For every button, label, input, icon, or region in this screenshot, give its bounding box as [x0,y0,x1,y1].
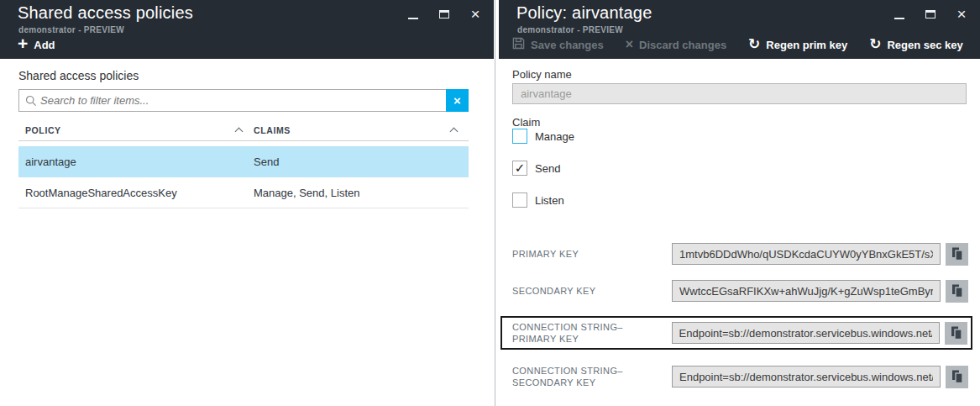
discard-changes-button[interactable]: × Discard changes [626,38,726,51]
left-window-controls: × [406,7,482,22]
secondary-key-row: SECONDARY KEY [512,279,968,303]
primary-key-label: PRIMARY KEY [512,248,672,260]
azure-portal-screen: Shared access policies demonstrator - PR… [0,0,980,406]
right-blade-subtitle: demonstrator - PREVIEW [517,25,623,34]
claim-checkbox-send[interactable]: ✓ Send [512,161,560,176]
blade-divider [495,0,495,406]
policy-cell: airvantage [18,156,254,168]
minimize-icon[interactable] [893,8,906,21]
minimize-icon[interactable] [406,8,420,21]
clear-search-icon[interactable]: × [446,89,469,112]
claim-send-label: Send [535,162,560,175]
refresh-icon: ↻ [748,38,760,51]
table-row-rootmanagesharedaccesskey[interactable]: RootManageSharedAccessKey Manage, Send, … [18,177,469,208]
right-blade-header: Policy: airvantage demonstrator - PREVIE… [499,0,980,59]
add-button-label: Add [34,39,55,51]
primary-key-value[interactable] [672,243,941,265]
copy-icon[interactable] [945,322,967,345]
claim-checkbox-manage[interactable]: Manage [512,129,574,144]
policy-airvantage-blade: Policy: airvantage demonstrator - PREVIE… [499,0,980,406]
claim-manage-label: Manage [535,130,574,143]
table-row-airvantage[interactable]: airvantage Send [18,146,469,177]
column-header-policy[interactable]: POLICY [18,125,254,135]
right-blade-title: Policy: airvantage [516,3,652,23]
claim-label: Claim [512,116,540,129]
refresh-icon: ↻ [869,38,881,51]
save-changes-button[interactable]: Save changes [512,37,604,52]
shared-access-policies-blade: Shared access policies demonstrator - PR… [0,0,494,406]
maximize-icon[interactable] [438,8,451,21]
add-icon: + [18,36,28,51]
claim-listen-label: Listen [535,194,564,207]
sort-ascending-icon [235,127,244,135]
policy-cell: RootManageSharedAccessKey [18,187,254,199]
policy-name-label: Policy name [512,68,572,81]
checkbox-checked-icon: ✓ [512,161,527,176]
right-window-controls: × [893,7,968,22]
connection-string-primary-label: CONNECTION STRING– PRIMARY KEY [512,321,672,345]
claims-cell: Send [254,156,469,168]
connection-string-secondary-label: CONNECTION STRING– SECONDARY KEY [512,365,672,388]
add-button[interactable]: + Add [18,37,55,52]
left-blade-header: Shared access policies demonstrator - PR… [0,0,494,59]
checkbox-unchecked-icon [512,129,527,144]
search-box: × [18,89,469,112]
section-label: Shared access policies [18,69,139,82]
left-blade-title: Shared access policies [18,3,193,23]
close-icon[interactable]: × [955,8,968,21]
sort-ascending-icon [450,127,459,135]
secondary-key-value[interactable] [672,280,941,302]
regen-sec-key-label: Regen sec key [887,39,962,51]
regen-prim-key-button[interactable]: ↻ Regen prim key [748,38,847,51]
policies-table: POLICY CLAIMS airvantage Send RootManage… [18,119,469,208]
policy-name-input [512,83,967,104]
close-icon[interactable]: × [469,8,482,21]
column-header-claims[interactable]: CLAIMS [254,125,469,135]
search-input[interactable] [40,90,446,111]
discard-icon: × [626,38,633,51]
connection-string-secondary-value[interactable] [672,366,941,388]
claim-checkbox-listen[interactable]: Listen [512,192,564,208]
claims-cell: Manage, Send, Listen [254,187,469,199]
command-toolbar: Save changes × Discard changes ↻ Regen p… [512,37,980,52]
copy-icon[interactable] [946,280,968,303]
left-blade-subtitle: demonstrator - PREVIEW [18,25,124,34]
save-icon [512,37,525,52]
copy-icon[interactable] [946,366,968,388]
connection-string-primary-row: CONNECTION STRING– PRIMARY KEY [500,316,972,350]
maximize-icon[interactable] [924,8,937,21]
connection-string-secondary-row: CONNECTION STRING– SECONDARY KEY [512,360,968,393]
table-header-row: POLICY CLAIMS [18,119,469,141]
save-changes-label: Save changes [531,39,604,51]
checkbox-unchecked-icon [512,192,527,208]
connection-string-primary-value[interactable] [672,322,940,344]
search-icon [19,90,40,111]
regen-prim-key-label: Regen prim key [766,39,847,51]
copy-icon[interactable] [946,243,968,266]
discard-changes-label: Discard changes [639,39,726,51]
regen-sec-key-button[interactable]: ↻ Regen sec key [869,38,963,51]
primary-key-row: PRIMARY KEY [512,242,968,266]
secondary-key-label: SECONDARY KEY [512,285,672,297]
